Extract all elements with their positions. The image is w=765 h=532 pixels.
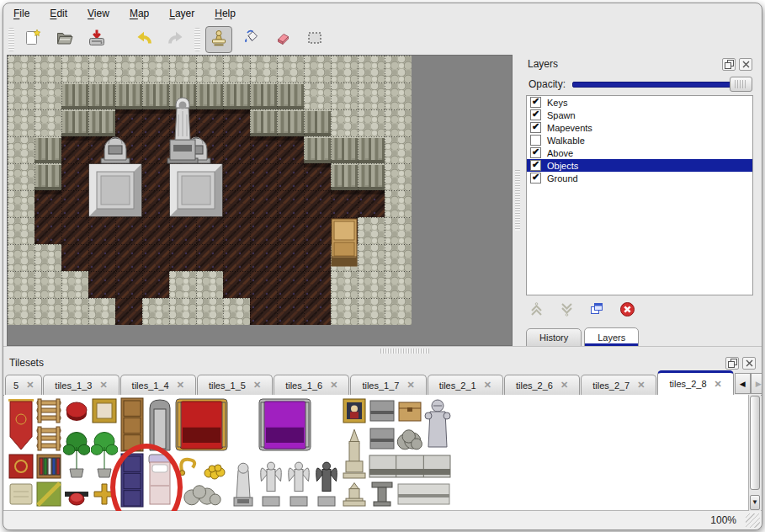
- tile-cloth-green[interactable]: [35, 481, 62, 508]
- undo-button[interactable]: [130, 26, 157, 53]
- close-tab-icon[interactable]: ✕: [330, 380, 337, 391]
- float-panel-icon[interactable]: [725, 357, 739, 370]
- menu-file[interactable]: File: [13, 8, 29, 19]
- tile-junk-pile[interactable]: [396, 425, 423, 452]
- close-tab-icon[interactable]: ✕: [637, 380, 645, 391]
- opacity-slider-handle[interactable]: [730, 77, 752, 92]
- tileset-tab-tiles_2_8[interactable]: tiles_2_8✕: [657, 370, 733, 395]
- duplicate-layer-icon[interactable]: [589, 301, 605, 321]
- tile-portrait-king[interactable]: [341, 397, 368, 424]
- select-tool-button[interactable]: [301, 26, 328, 53]
- stamp-tool-button[interactable]: [205, 26, 232, 53]
- close-tab-icon[interactable]: ✕: [715, 379, 722, 390]
- tile-loom-wood[interactable]: [35, 397, 62, 424]
- vertical-splitter[interactable]: [513, 55, 522, 346]
- tile-dresser-gold[interactable]: [91, 397, 118, 424]
- tileset-tab-5[interactable]: 5✕: [5, 375, 42, 395]
- tile-obelisk-small[interactable]: [341, 481, 368, 508]
- tile-coins-gold[interactable]: [202, 453, 229, 480]
- close-panel-icon[interactable]: [739, 58, 752, 71]
- tileset-tab-tiles_1_4[interactable]: tiles_1_4✕: [120, 375, 196, 395]
- close-tab-icon[interactable]: ✕: [26, 380, 34, 391]
- close-tab-icon[interactable]: ✕: [253, 380, 261, 391]
- close-tab-icon[interactable]: ✕: [99, 380, 107, 391]
- tile-statue-hooded[interactable]: [230, 453, 257, 508]
- tile-obelisk-tall[interactable]: [341, 425, 368, 480]
- menu-layer[interactable]: Layer: [169, 8, 194, 19]
- open-file-button[interactable]: [51, 26, 78, 53]
- tab-history[interactable]: History: [526, 328, 582, 347]
- tile-angel-statue-1[interactable]: [258, 453, 284, 508]
- scroll-tabs-right-icon[interactable]: ▶: [751, 373, 762, 394]
- tileset-tab-tiles_2_1[interactable]: tiles_2_1✕: [428, 375, 503, 395]
- tile-loom-wood-2[interactable]: [35, 425, 62, 452]
- layer-row-walkable[interactable]: Walkable: [527, 134, 752, 146]
- layer-row-keys[interactable]: ✔Keys: [527, 96, 752, 109]
- opacity-slider[interactable]: [572, 82, 752, 88]
- layer-visibility-checkbox[interactable]: ✔: [530, 109, 541, 120]
- tile-slab-stone-2[interactable]: [369, 425, 396, 452]
- tileset-tab-tiles_1_3[interactable]: tiles_1_3✕: [43, 375, 119, 395]
- tab-layers[interactable]: Layers: [584, 327, 639, 347]
- tileset-tab-tiles_1_6[interactable]: tiles_1_6✕: [274, 375, 349, 395]
- layer-visibility-checkbox[interactable]: ✔: [530, 173, 541, 184]
- tile-slab-light[interactable]: [396, 481, 451, 508]
- redo-button[interactable]: [162, 26, 189, 53]
- layer-visibility-checkbox[interactable]: ✔: [530, 122, 541, 133]
- layer-visibility-checkbox[interactable]: ✔: [530, 160, 541, 171]
- close-tab-icon[interactable]: ✕: [560, 380, 568, 391]
- delete-layer-icon[interactable]: [619, 301, 635, 321]
- tile-platform-stone[interactable]: [369, 453, 451, 480]
- layer-row-above[interactable]: ✔Above: [527, 146, 752, 159]
- map-canvas[interactable]: [7, 55, 513, 346]
- toolbar-handle-icon[interactable]: [194, 28, 200, 51]
- menu-edit[interactable]: Edit: [50, 8, 67, 19]
- close-tab-icon[interactable]: ✕: [177, 380, 184, 391]
- close-tab-icon[interactable]: ✕: [484, 380, 491, 391]
- tile-angel-statue-2[interactable]: [285, 453, 312, 508]
- menu-help[interactable]: Help: [215, 8, 236, 19]
- tileset-tab-tiles_1_5[interactable]: tiles_1_5✕: [197, 375, 273, 395]
- tile-banner-red[interactable]: [8, 397, 35, 452]
- toolbar-handle-icon[interactable]: [8, 28, 14, 51]
- scrollbar-thumb[interactable]: [750, 396, 760, 490]
- layer-visibility-checkbox[interactable]: [530, 135, 541, 146]
- tile-throne-purple[interactable]: [258, 397, 312, 452]
- tileset-scrollbar[interactable]: ▼: [748, 395, 761, 511]
- float-panel-icon[interactable]: [722, 58, 736, 71]
- tileset-tab-tiles_2_7[interactable]: tiles_2_7✕: [581, 375, 656, 395]
- tile-bookshelf[interactable]: [35, 453, 62, 480]
- menu-map[interactable]: Map: [130, 8, 149, 19]
- save-file-button[interactable]: [83, 26, 110, 53]
- eraser-tool-button[interactable]: [269, 26, 296, 53]
- tileset-content[interactable]: ▼: [4, 395, 761, 511]
- new-file-button[interactable]: [19, 26, 46, 53]
- tileset-tab-tiles_2_6[interactable]: tiles_2_6✕: [504, 375, 580, 395]
- tile-armor-knight[interactable]: [424, 397, 451, 452]
- tile-chest-wood[interactable]: [396, 397, 423, 424]
- layer-row-ground[interactable]: ✔Ground: [527, 172, 752, 184]
- fill-tool-button[interactable]: [237, 26, 264, 53]
- resize-grip-icon[interactable]: [746, 513, 760, 528]
- scroll-tabs-left-icon[interactable]: ◀: [735, 373, 751, 394]
- tile-pouf-red[interactable]: [63, 397, 90, 424]
- raise-layer-icon[interactable]: [529, 301, 545, 321]
- tile-parchment[interactable]: [8, 481, 35, 508]
- tile-gargoyle[interactable]: [313, 453, 340, 508]
- tileset-tab-tiles_1_7[interactable]: tiles_1_7✕: [350, 375, 426, 395]
- close-tab-icon[interactable]: ✕: [406, 380, 414, 391]
- layer-visibility-checkbox[interactable]: ✔: [530, 147, 541, 158]
- scroll-down-icon[interactable]: ▼: [750, 495, 760, 510]
- tile-seal-podium[interactable]: [63, 481, 90, 508]
- layer-row-objects[interactable]: ✔Objects: [527, 159, 752, 172]
- tile-throne-red[interactable]: [174, 397, 229, 452]
- tile-palm-plant[interactable]: [63, 425, 90, 480]
- tile-carpet-red[interactable]: [8, 453, 35, 480]
- lower-layer-icon[interactable]: [559, 301, 575, 321]
- layer-visibility-checkbox[interactable]: ✔: [530, 97, 541, 108]
- tile-pillar-dark[interactable]: [369, 481, 396, 508]
- close-panel-icon[interactable]: [742, 357, 756, 370]
- layer-row-mapevents[interactable]: ✔Mapevents: [527, 121, 752, 134]
- layer-row-spawn[interactable]: ✔Spawn: [527, 109, 752, 121]
- tile-slab-stone[interactable]: [369, 397, 396, 424]
